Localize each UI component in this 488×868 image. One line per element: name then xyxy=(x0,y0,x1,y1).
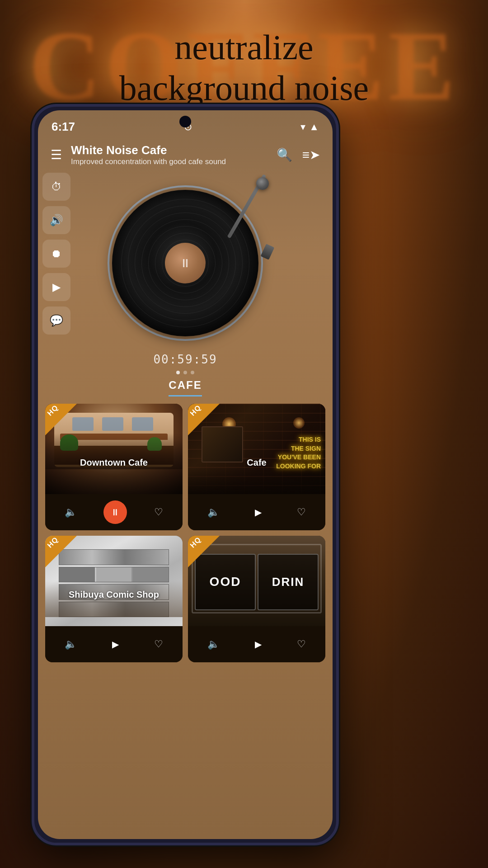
volume-ctrl-icon-comic[interactable]: 🔈 xyxy=(65,638,77,650)
volume-ctrl-icon[interactable]: 🔈 xyxy=(65,506,77,518)
playlist-icon[interactable]: ≡➤ xyxy=(302,147,320,162)
dot-2 xyxy=(183,371,187,374)
record-icon: ⏺ xyxy=(51,247,62,260)
tonearm-head xyxy=(261,244,275,260)
play-icon-drink: ▶ xyxy=(255,639,262,650)
camera-notch xyxy=(179,116,191,127)
hq-badge-downtown: HQ xyxy=(45,404,77,435)
dot-1 xyxy=(176,371,180,374)
dot-3 xyxy=(191,371,194,374)
app-title: White Noise Cafe xyxy=(71,143,267,157)
heart-icon-drink[interactable]: ♡ xyxy=(297,638,306,650)
hq-badge-text-comic: HQ xyxy=(46,536,60,550)
search-icon[interactable]: 🔍 xyxy=(277,147,292,162)
card-image-comic: HQ Shibuya Comic Shop xyxy=(45,536,183,626)
timer-sidebar-btn[interactable]: ⏱ xyxy=(42,173,70,201)
hq-badge-text: HQ xyxy=(46,404,60,418)
hq-badge-cafe: HQ xyxy=(188,404,220,435)
pause-icon: ⏸ xyxy=(111,507,120,518)
volume-ctrl-icon-drink[interactable]: 🔈 xyxy=(207,638,220,650)
tabs-row: CAFE xyxy=(38,379,333,396)
volume-sidebar-btn[interactable]: 🔊 xyxy=(42,206,70,234)
status-icons: ▾ ▲ xyxy=(300,121,319,133)
hq-badge-text-cafe: HQ xyxy=(188,404,202,418)
pause-btn-downtown[interactable]: ⏸ xyxy=(103,500,127,524)
phone-screen: 6:17 ⊙ ▾ ▲ ☰ White Noise Cafe Improved c… xyxy=(38,110,333,839)
card-controls-drink: 🔈 ▶ ♡ xyxy=(188,626,325,662)
card-title-cafe: Cafe xyxy=(188,458,325,468)
store-icon: ▶ xyxy=(52,281,61,293)
timer-icon: ⏱ xyxy=(51,180,62,193)
phone-frame: 6:17 ⊙ ▾ ▲ ☰ White Noise Cafe Improved c… xyxy=(32,104,339,845)
wifi-icon: ▾ xyxy=(300,121,305,133)
card-cafe[interactable]: THIS ISTHE SIGNYOU'VE BEENLOOKING FOR HQ… xyxy=(188,404,325,530)
card-downtown-cafe[interactable]: HQ Downtown Cafe 🔈 ⏸ ♡ xyxy=(45,404,183,530)
sidebar-icons: ⏱ 🔊 ⏺ ▶ 💬 xyxy=(42,173,70,335)
card-controls-comic: 🔈 ▶ ♡ xyxy=(45,626,183,662)
app-subtitle: Improved concentration with good cafe so… xyxy=(71,157,267,166)
hero-title: neutralize background noise xyxy=(0,27,488,108)
app-header: ☰ White Noise Cafe Improved concentratio… xyxy=(38,137,333,173)
vinyl-center-label: ⏸ xyxy=(165,243,206,283)
tab-cafe[interactable]: CAFE xyxy=(169,379,202,396)
hq-badge-text-drink: HQ xyxy=(188,536,202,550)
category-tabs: CAFE xyxy=(38,376,333,396)
card-good-drink[interactable]: OOD DRIN HQ 🔈 ▶ xyxy=(188,536,325,662)
card-image-downtown: HQ Downtown Cafe xyxy=(45,404,183,494)
play-btn-comic[interactable]: ▶ xyxy=(103,632,127,656)
hq-badge-comic: HQ xyxy=(45,536,77,567)
center-pause-icon: ⏸ xyxy=(179,256,191,270)
header-right-icons: 🔍 ≡➤ xyxy=(277,147,320,162)
heart-icon-downtown[interactable]: ♡ xyxy=(154,506,163,518)
menu-icon[interactable]: ☰ xyxy=(51,147,62,162)
scroll-dots xyxy=(38,371,333,374)
status-time: 6:17 xyxy=(52,120,75,134)
card-controls-downtown: 🔈 ⏸ ♡ xyxy=(45,494,183,530)
card-controls-cafe: 🔈 ▶ ♡ xyxy=(188,494,325,530)
header-title-group: White Noise Cafe Improved concentration … xyxy=(71,143,267,166)
hq-badge-drink: HQ xyxy=(188,536,220,567)
heart-icon-cafe[interactable]: ♡ xyxy=(297,506,306,518)
heart-icon-comic[interactable]: ♡ xyxy=(154,638,163,650)
cards-grid: HQ Downtown Cafe 🔈 ⏸ ♡ xyxy=(38,396,333,662)
volume-ctrl-icon-cafe[interactable]: 🔈 xyxy=(207,506,220,518)
card-comic-shop[interactable]: HQ Shibuya Comic Shop 🔈 ▶ ♡ xyxy=(45,536,183,662)
play-icon-comic: ▶ xyxy=(112,639,119,650)
player-area: ⏱ 🔊 ⏺ ▶ 💬 xyxy=(38,173,333,349)
vinyl-player[interactable]: ⏸ xyxy=(104,182,267,344)
card-image-drink: OOD DRIN HQ xyxy=(188,536,325,626)
card-image-cafe: THIS ISTHE SIGNYOU'VE BEENLOOKING FOR HQ… xyxy=(188,404,325,494)
card-title-downtown: Downtown Cafe xyxy=(45,458,183,468)
play-icon: ▶ xyxy=(255,507,262,518)
tonearm xyxy=(217,175,276,265)
player-timer: 00:59:59 xyxy=(38,353,333,366)
chat-icon: 💬 xyxy=(50,314,63,327)
play-btn-drink[interactable]: ▶ xyxy=(246,632,270,656)
store-sidebar-btn[interactable]: ▶ xyxy=(42,273,70,301)
record-sidebar-btn[interactable]: ⏺ xyxy=(42,240,70,268)
volume-icon: 🔊 xyxy=(50,214,63,226)
tonearm-pivot xyxy=(256,177,269,190)
hero-section: neutralize background noise xyxy=(0,27,488,108)
card-title-comic: Shibuya Comic Shop xyxy=(45,590,183,600)
chat-sidebar-btn[interactable]: 💬 xyxy=(42,307,70,335)
signal-icon: ▲ xyxy=(309,121,319,133)
play-btn-cafe[interactable]: ▶ xyxy=(246,500,270,524)
